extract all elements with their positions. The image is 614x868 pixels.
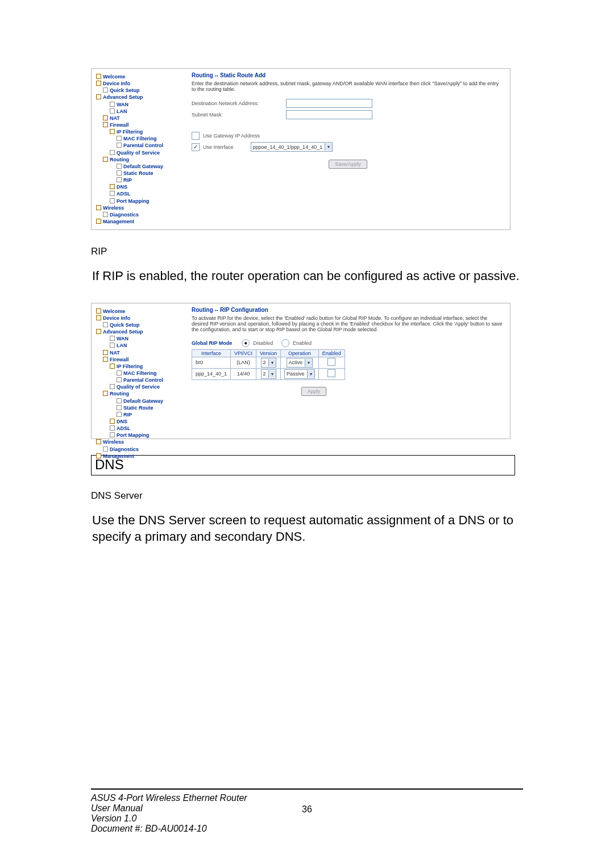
paragraph-rip: If RIP is enabled, the router operation … — [92, 268, 522, 285]
tree-qos[interactable]: Quality of Service — [117, 150, 160, 156]
save-apply-button[interactable]: Save/Apply — [329, 160, 367, 169]
tree-routing[interactable]: Routing — [110, 391, 129, 397]
th-version: Version — [256, 349, 281, 357]
tree-adsl[interactable]: ADSL — [117, 191, 131, 197]
tree-ip-filtering[interactable]: IP Filtering — [117, 364, 143, 369]
tree-mac-filtering[interactable]: MAC Filtering — [123, 370, 157, 376]
th-vpivci: VPI/VCI — [231, 349, 256, 357]
tree-static-route[interactable]: Static Route — [123, 170, 154, 176]
table-row: br0 (LAN) 2 ▾ Active ▾ — [192, 357, 345, 368]
cell-if: br0 — [192, 357, 231, 368]
footer-line1: ASUS 4-Port Wireless Ethernet Router — [91, 793, 523, 803]
select-interface[interactable]: pppoe_14_40_1/ppp_14_40_1 ▾ — [251, 142, 333, 152]
tree-dns[interactable]: DNS — [117, 419, 127, 424]
footer-line4: Document #: BD-AU0014-10 — [91, 824, 523, 834]
tree-diagnostics[interactable]: Diagnostics — [110, 212, 139, 218]
label-subnet-mask: Subnet Mask: — [192, 112, 283, 118]
tree-ip-filtering[interactable]: IP Filtering — [117, 129, 143, 135]
tree-rip[interactable]: RIP — [123, 177, 132, 183]
tree-advanced-setup[interactable]: Advanced Setup — [103, 329, 143, 335]
tree-device-info[interactable]: Device Info — [103, 315, 130, 321]
tree-port-mapping[interactable]: Port Mapping — [117, 198, 150, 204]
tree-static-route[interactable]: Static Route — [123, 405, 154, 411]
select-version-row1[interactable]: 2 ▾ — [261, 358, 276, 368]
tree-lan[interactable]: LAN — [117, 343, 127, 348]
paragraph-dns: Use the DNS Server screen to request aut… — [92, 512, 522, 545]
chevron-down-icon: ▾ — [268, 370, 276, 378]
screenshot-static-route: Welcome Device Info Quick Setup Advanced… — [91, 68, 511, 230]
tree-parental-control[interactable]: Parental Control — [123, 143, 163, 148]
page-footer: ASUS 4-Port Wireless Ethernet Router Use… — [91, 788, 523, 834]
select-version-value: 2 — [263, 360, 266, 365]
tree-adsl[interactable]: ADSL — [117, 425, 131, 431]
th-interface: Interface — [192, 349, 231, 357]
tree-firewall[interactable]: Firewall — [110, 122, 129, 128]
nav-tree: Welcome Device Info Quick Setup Advanced… — [92, 69, 185, 229]
tree-rip[interactable]: RIP — [123, 412, 132, 418]
tree-diagnostics[interactable]: Diagnostics — [110, 446, 139, 452]
input-subnet-mask[interactable] — [286, 110, 372, 119]
tree-lan[interactable]: LAN — [117, 108, 127, 114]
tree-management[interactable]: Management — [103, 219, 134, 224]
tree-quick-setup[interactable]: Quick Setup — [110, 87, 140, 93]
tree-management[interactable]: Management — [103, 453, 134, 459]
page-number: 36 — [302, 804, 312, 815]
table-row: ppp_14_40_1 14/40 2 ▾ Passive ▾ — [192, 368, 345, 379]
label-destination: Destination Network Address: — [192, 101, 283, 106]
tree-wan[interactable]: WAN — [117, 336, 128, 341]
tree-wan[interactable]: WAN — [117, 102, 128, 107]
tree-dns[interactable]: DNS — [117, 184, 127, 190]
panel-static-route: Routing -- Static Route Add Enter the de… — [185, 69, 510, 229]
tree-welcome[interactable]: Welcome — [103, 308, 125, 314]
panel-title: Routing -- RIP Configuration — [192, 307, 504, 313]
heading-rip: RIP — [91, 246, 523, 257]
label-use-gateway: Use Gateway IP Address — [203, 133, 260, 139]
rip-table: Interface VPI/VCI Version Operation Enab… — [192, 349, 345, 380]
screenshot-rip-config: Welcome Device Info Quick Setup Advanced… — [91, 303, 511, 439]
tree-default-gateway[interactable]: Default Gateway — [123, 398, 163, 404]
tree-quick-setup[interactable]: Quick Setup — [110, 322, 140, 328]
input-destination[interactable] — [286, 99, 372, 108]
radio-rip-enabled[interactable] — [281, 339, 289, 347]
label-rip-disabled: Disabled — [253, 340, 273, 346]
select-interface-value: pppoe_14_40_1/ppp_14_40_1 — [253, 144, 323, 150]
label-rip-enabled: Enabled — [293, 340, 312, 346]
chevron-down-icon: ▾ — [305, 359, 312, 366]
tree-device-info[interactable]: Device Info — [103, 81, 130, 86]
panel-rip-config: Routing -- RIP Configuration To activate… — [185, 303, 510, 439]
th-operation: Operation — [281, 349, 319, 357]
select-version-row2[interactable]: 2 ▾ — [261, 369, 276, 379]
tree-advanced-setup[interactable]: Advanced Setup — [103, 94, 143, 100]
tree-welcome[interactable]: Welcome — [103, 74, 125, 80]
tree-routing[interactable]: Routing — [110, 157, 129, 162]
tree-port-mapping[interactable]: Port Mapping — [117, 432, 150, 438]
label-global-rip: Global RIP Mode — [192, 340, 232, 346]
th-enabled: Enabled — [318, 349, 345, 357]
tree-default-gateway[interactable]: Default Gateway — [123, 164, 163, 169]
tree-wireless[interactable]: Wireless — [103, 439, 124, 445]
tree-firewall[interactable]: Firewall — [110, 357, 129, 362]
nav-tree-2: Welcome Device Info Quick Setup Advanced… — [92, 303, 185, 439]
checkbox-enabled-row2[interactable] — [327, 369, 335, 377]
heading-dns-server: DNS Server — [91, 490, 523, 502]
checkbox-use-gateway[interactable] — [192, 132, 200, 140]
label-use-interface: Use Interface — [203, 144, 234, 150]
checkbox-use-interface[interactable]: ✓ — [192, 143, 200, 151]
apply-button[interactable]: Apply — [301, 387, 327, 396]
select-operation-row1[interactable]: Active ▾ — [287, 358, 313, 368]
radio-rip-disabled[interactable]: ● — [242, 339, 250, 347]
tree-nat[interactable]: NAT — [110, 115, 120, 121]
select-version-value: 2 — [263, 371, 266, 377]
footer-line3: Version 1.0 — [91, 813, 523, 824]
select-operation-row2[interactable]: Passive ▾ — [284, 369, 315, 379]
tree-qos[interactable]: Quality of Service — [117, 384, 160, 390]
tree-wireless[interactable]: Wireless — [103, 205, 124, 211]
cell-vc: (LAN) — [231, 357, 256, 368]
cell-if: ppp_14_40_1 — [192, 368, 231, 379]
chevron-down-icon: ▾ — [307, 370, 314, 378]
checkbox-enabled-row1[interactable] — [327, 358, 335, 366]
tree-mac-filtering[interactable]: MAC Filtering — [123, 136, 157, 141]
chevron-down-icon: ▾ — [325, 143, 332, 151]
tree-parental-control[interactable]: Parental Control — [123, 377, 163, 383]
tree-nat[interactable]: NAT — [110, 350, 120, 356]
